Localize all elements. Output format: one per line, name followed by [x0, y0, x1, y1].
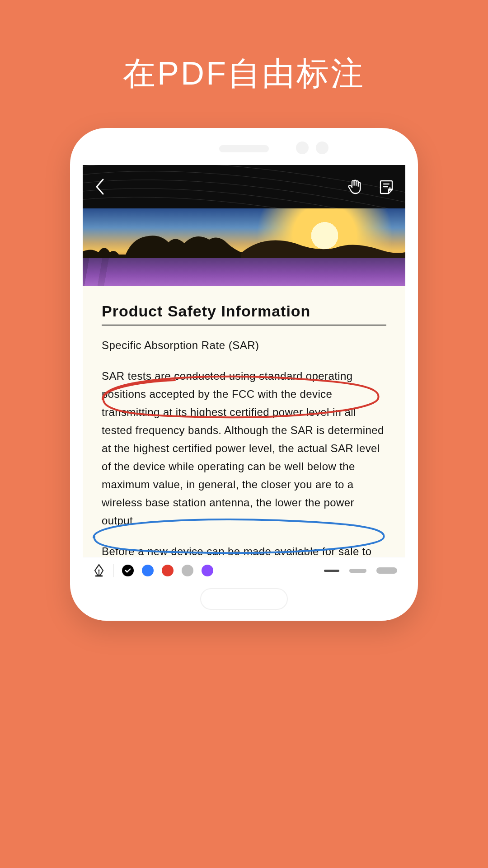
phone-speaker-slot: [219, 145, 269, 152]
hand-pointing-icon: [347, 179, 362, 195]
phone-sensor-dot: [316, 142, 328, 154]
add-note-button[interactable]: [373, 165, 400, 208]
poster-background: 在PDF自由标注: [0, 0, 488, 868]
document-hero-image: [83, 208, 405, 286]
color-swatch-grey[interactable]: [182, 565, 193, 576]
color-swatches: [122, 565, 213, 576]
annotation-toolbar: [83, 557, 405, 584]
app-screen: Product Safety Information Specific Abso…: [83, 165, 405, 584]
fountain-pen-icon: [93, 564, 105, 577]
check-icon: [124, 567, 131, 574]
color-swatch-blue[interactable]: [142, 565, 154, 576]
hero-tree-silhouettes: [83, 230, 405, 261]
color-swatch-red[interactable]: [162, 565, 174, 576]
color-swatch-purple[interactable]: [202, 565, 213, 576]
toolbar-divider: [113, 564, 114, 577]
stroke-thin[interactable]: [324, 570, 339, 572]
pen-tool-button[interactable]: [91, 562, 107, 579]
stroke-width-options: [324, 567, 397, 574]
note-add-icon: [379, 179, 394, 195]
document-page[interactable]: Product Safety Information Specific Abso…: [83, 286, 405, 578]
back-button[interactable]: [86, 165, 113, 208]
poster-title: 在PDF自由标注: [0, 52, 488, 95]
document-paragraph-1: SAR tests are conducted using standard o…: [102, 367, 386, 530]
app-header: [83, 165, 405, 208]
stroke-medium[interactable]: [349, 569, 366, 573]
phone-home-button: [200, 588, 288, 610]
hand-tool-button[interactable]: [341, 165, 368, 208]
document-subtitle: Specific Absorption Rate (SAR): [102, 336, 386, 354]
title-divider: [102, 325, 386, 326]
phone-camera-dot: [296, 142, 309, 154]
stroke-thick[interactable]: [376, 567, 397, 574]
chevron-left-icon: [94, 178, 106, 196]
color-swatch-black[interactable]: [122, 565, 134, 576]
phone-mockup: Product Safety Information Specific Abso…: [70, 128, 418, 621]
document-title: Product Safety Information: [102, 302, 386, 320]
